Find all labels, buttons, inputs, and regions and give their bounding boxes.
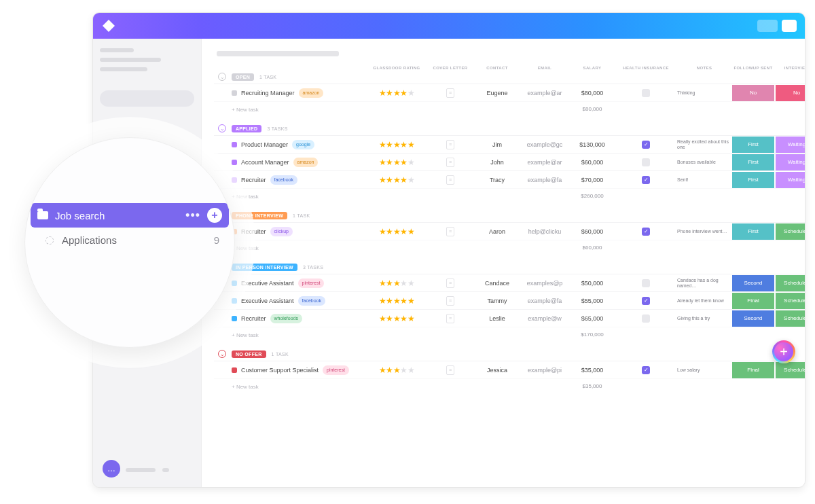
health-insurance-checkbox[interactable] [642,279,650,287]
cell-followup[interactable]: First [732,137,774,153]
cell-notes[interactable]: Really excited about this one [677,139,731,149]
create-fab[interactable]: + [772,340,795,363]
cell-followup[interactable]: No [732,85,774,101]
cover-letter-icon[interactable]: ≡ [446,175,454,185]
company-tag[interactable]: clickup [270,227,293,236]
task-row[interactable]: Recruiter facebook ★★★★★ ≡ Tracy example… [214,170,805,188]
cell-interview[interactable]: Scheduled [776,362,805,378]
cell-notes[interactable]: Candace has a dog named… [677,278,731,288]
topbar-action-2[interactable] [782,20,797,32]
cell-interview[interactable]: Waiting [776,172,805,188]
cell-followup[interactable]: Second [732,310,774,327]
new-task-button[interactable]: + New task [232,107,367,113]
cell-notes[interactable]: Thinking [677,90,731,96]
health-insurance-checkbox[interactable] [642,314,650,323]
collapse-icon[interactable]: ⌄ [218,73,226,81]
column-header[interactable]: SALARY [570,66,615,70]
sidebar-list-applications[interactable]: Applications 9 [31,228,229,246]
add-list-icon[interactable]: + [207,208,222,223]
company-tag[interactable]: amazon [299,88,324,98]
new-task-button[interactable]: + New task [232,332,367,338]
column-header[interactable]: HEALTH INSURANCE [615,66,677,70]
task-row[interactable]: Recruiter clickup ★★★★★ ≡ Aaron help@cli… [214,222,805,240]
cell-notes[interactable]: Low salary [677,367,731,373]
cell-notes[interactable]: Bonuses available [677,160,731,165]
health-insurance-checkbox[interactable]: ✓ [642,141,650,149]
cell-interview[interactable]: Scheduled [776,293,805,309]
health-insurance-checkbox[interactable]: ✓ [642,297,650,305]
column-header[interactable]: NOTES [677,66,731,70]
task-row[interactable]: Executive Assistant pinterest ★★★★★ ≡ Ca… [214,274,805,291]
chat-icon[interactable] [103,460,120,478]
cell-notes[interactable]: Sent! [677,177,731,183]
status-pill[interactable]: PHONE INTERVIEW [232,212,287,219]
cell-rating[interactable]: ★★★★★ [367,88,426,98]
sidebar-folder-job-search[interactable]: Job search ••• + [31,203,229,228]
health-insurance-checkbox[interactable]: ✓ [642,176,650,184]
cell-interview[interactable]: Scheduled [776,310,805,327]
health-insurance-checkbox[interactable]: ✓ [642,366,650,374]
new-task-button[interactable]: + New task [232,194,367,200]
column-header[interactable]: INTERVIEW [775,66,805,70]
column-header[interactable]: COVER LETTER [426,66,475,70]
cover-letter-icon[interactable]: ≡ [446,278,454,288]
company-tag[interactable]: facebook [298,296,325,306]
cell-notes[interactable]: Giving this a try [677,316,731,321]
task-row[interactable]: Account Manager amazon ★★★★★ ≡ John exam… [214,153,805,170]
cell-followup[interactable]: Second [732,275,774,291]
status-pill[interactable]: APPLIED [232,125,261,132]
cell-notes[interactable]: Phone interview went… [677,229,731,234]
cell-followup[interactable]: First [732,223,774,240]
company-tag[interactable]: pinterest [323,365,349,375]
more-icon[interactable]: ••• [185,209,200,223]
cell-interview[interactable]: Waiting [776,154,805,170]
column-header[interactable] [232,66,367,70]
cell-rating[interactable]: ★★★★★ [367,314,426,323]
column-header[interactable]: CONTACT [475,66,520,70]
cell-rating[interactable]: ★★★★★ [367,278,426,288]
company-tag[interactable]: wholefoods [270,314,302,323]
status-pill[interactable]: NO OFFER [232,350,266,358]
task-row[interactable]: Recruiter wholefoods ★★★★★ ≡ Leslie exam… [214,309,805,327]
cell-followup[interactable]: First [732,154,774,170]
column-header[interactable]: EMAIL [520,66,570,70]
cell-rating[interactable]: ★★★★★ [367,140,426,149]
new-task-button[interactable]: + New task [232,245,367,251]
cover-letter-icon[interactable]: ≡ [446,88,454,98]
company-tag[interactable]: pinterest [298,278,325,288]
cell-rating[interactable]: ★★★★★ [367,365,426,375]
health-insurance-checkbox[interactable] [642,158,650,166]
cell-followup[interactable]: Final [732,293,774,309]
new-task-button[interactable]: + New task [232,384,367,390]
cover-letter-icon[interactable]: ≡ [446,140,454,149]
cell-rating[interactable]: ★★★★★ [367,227,426,236]
cell-rating[interactable]: ★★★★★ [367,296,426,306]
company-tag[interactable]: facebook [270,175,297,185]
company-tag[interactable]: amazon [293,158,319,167]
cell-followup[interactable]: First [732,172,774,188]
collapse-icon[interactable]: ⌄ [218,350,226,358]
status-pill[interactable]: OPEN [232,73,254,81]
task-row[interactable]: Recruiting Manager amazon ★★★★★ ≡ Eugene… [214,84,805,101]
cell-interview[interactable]: Scheduled [776,223,805,240]
column-header[interactable]: GLASSDOOR RATING [367,66,426,70]
cover-letter-icon[interactable]: ≡ [446,314,454,323]
task-row[interactable]: Product Manager google ★★★★★ ≡ Jim examp… [214,135,805,153]
cover-letter-icon[interactable]: ≡ [446,227,454,236]
cell-interview[interactable]: No [776,85,805,101]
collapse-icon[interactable]: ⌄ [218,124,226,132]
task-row[interactable]: Customer Support Specialist pinterest ★★… [214,361,805,378]
cell-interview[interactable]: Scheduled [776,275,805,291]
health-insurance-checkbox[interactable]: ✓ [642,228,650,236]
column-header[interactable]: FOLLOWUP SENT [731,66,775,70]
cell-notes[interactable]: Already let them know [677,298,731,304]
cell-interview[interactable]: Waiting [776,137,805,153]
task-row[interactable]: Executive Assistant facebook ★★★★★ ≡ Tam… [214,291,805,309]
cover-letter-icon[interactable]: ≡ [446,158,454,167]
cell-rating[interactable]: ★★★★★ [367,175,426,185]
sidebar-search[interactable] [100,90,194,107]
cell-rating[interactable]: ★★★★★ [367,158,426,167]
cell-followup[interactable]: Final [732,362,774,378]
status-pill[interactable]: IN PERSON INTERVIEW [232,264,297,271]
company-tag[interactable]: google [292,140,314,149]
